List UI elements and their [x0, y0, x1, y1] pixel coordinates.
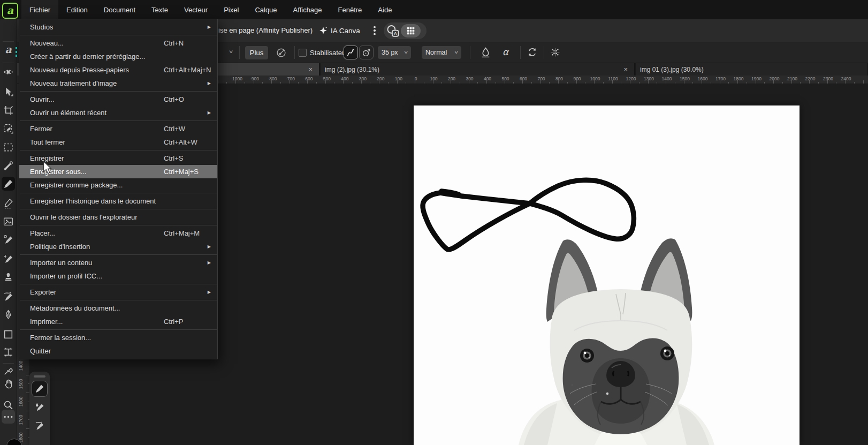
- alpha-lock-icon[interactable]: α: [502, 47, 508, 57]
- tab-close-icon[interactable]: ×: [306, 65, 315, 73]
- menubar-item-edition[interactable]: Edition: [58, 0, 96, 19]
- ia-canva-label: IA Canva: [331, 27, 360, 35]
- vruler-label: 1500: [18, 376, 24, 392]
- menubar-item-pixel[interactable]: Pixel: [216, 0, 247, 19]
- stabilizer-checkbox[interactable]: [299, 49, 307, 57]
- reset-rotation-icon[interactable]: [527, 47, 538, 58]
- document-tab-img-2-jpg-30-1[interactable]: img (2).jpg (30.1%)×: [321, 63, 635, 76]
- menu-item-ouvrir-un-element-recent[interactable]: Ouvrir un élément récent▶: [19, 106, 217, 119]
- toolbar-overflow-menu[interactable]: [371, 24, 378, 37]
- hruler-label: 500: [501, 76, 509, 81]
- crop-icon: [3, 105, 14, 116]
- hidden-dropdown-chevron[interactable]: ˅: [229, 49, 233, 55]
- place-image-tool[interactable]: [2, 214, 15, 228]
- pen-tool[interactable]: [2, 307, 15, 321]
- dog-left-eye: [580, 349, 594, 363]
- tab-close-icon[interactable]: ×: [621, 65, 630, 73]
- flyout-drag-handle[interactable]: [34, 375, 45, 378]
- menu-item-ouvrir[interactable]: Ouvrir...Ctrl+O: [19, 93, 217, 106]
- menubar-item-calque[interactable]: Calque: [247, 0, 285, 19]
- view-tool[interactable]: [2, 65, 15, 79]
- menubar-item-vecteur[interactable]: Vecteur: [176, 0, 216, 19]
- menu-item-studios[interactable]: Studios▶: [19, 20, 217, 34]
- hruler-label: 1200: [626, 76, 636, 81]
- menu-item-exporter[interactable]: Exporter▶: [19, 285, 217, 299]
- menubar-item-fenetre[interactable]: Fenêtre: [330, 0, 370, 19]
- menu-item-nouveau-traitement-d-image[interactable]: Nouveau traitement d'image▶: [19, 77, 217, 90]
- menu-item-creer-a-partir-du-dernier-prereglage[interactable]: Créer à partir du dernier préréglage...: [19, 50, 217, 63]
- menu-item-enregistrer-l-historique-dans-le-document[interactable]: Enregistrer l'historique dans le documen…: [19, 194, 217, 208]
- menubar-item-document[interactable]: Document: [96, 0, 143, 19]
- dog-right-eye: [660, 346, 674, 360]
- window-stabilizer-toggle[interactable]: [359, 46, 374, 59]
- menubar-item-aide[interactable]: Aide: [370, 0, 400, 19]
- menu-item-enregistrer-comme-package[interactable]: Enregistrer comme package...: [19, 178, 217, 192]
- menu-item-metadonnees-du-document[interactable]: Métadonnées du document...: [19, 301, 217, 315]
- hruler-label: -800: [268, 76, 277, 81]
- menu-item-politique-d-insertion[interactable]: Politique d'insertion▶: [19, 240, 217, 253]
- document-tab-img-01-3-jpg-30-0[interactable]: img 01 (3).jpg (30.0%): [636, 63, 868, 76]
- undo-brush-tool[interactable]: [2, 252, 15, 266]
- hruler-label: 0: [415, 76, 417, 81]
- clone-stamp-tool[interactable]: [2, 270, 15, 284]
- rectangle-tool[interactable]: [2, 327, 15, 341]
- mouse-cursor: [43, 161, 52, 174]
- flyout-smudge-paint-brush[interactable]: [32, 417, 48, 433]
- more-button[interactable]: Plus: [245, 46, 268, 59]
- hruler-label: 1800: [734, 76, 744, 81]
- menu-item-fermer-la-session[interactable]: Fermer la session...: [19, 331, 217, 344]
- menu-item-nouveau-depuis-presse-papiers[interactable]: Nouveau depuis Presse-papiersCtrl+Alt+Ma…: [19, 63, 217, 77]
- brush-size-dropdown[interactable]: 35 px˅: [378, 46, 411, 59]
- menubar-item-affichage[interactable]: Affichage: [285, 0, 330, 19]
- flyout-wet-paint-brush[interactable]: [32, 399, 48, 415]
- pixel-pencil-tool[interactable]: [2, 196, 15, 210]
- menu-item-importer-un-profil-icc[interactable]: Importer un profil ICC...: [19, 269, 217, 283]
- menu-item-tout-fermer[interactable]: Tout fermerCtrl+Alt+W: [19, 135, 217, 149]
- document-canvas[interactable]: [414, 105, 800, 445]
- pan-tool[interactable]: [2, 376, 15, 390]
- gradient-tool[interactable]: [2, 159, 15, 172]
- move-tool[interactable]: [2, 85, 15, 99]
- more-tools[interactable]: [2, 410, 15, 424]
- teal-accent-fragment: [16, 47, 17, 57]
- menu-separator: [20, 150, 217, 150]
- menu-item-quitter[interactable]: Quitter: [19, 344, 217, 358]
- hruler-label: -700: [286, 76, 295, 81]
- menu-separator: [20, 91, 217, 92]
- menu-item-placer[interactable]: Placer...Ctrl+Maj+M: [19, 227, 217, 240]
- pixel-persona[interactable]: a: [2, 43, 15, 57]
- symmetry-icon[interactable]: [550, 47, 561, 58]
- menu-separator: [20, 193, 217, 193]
- brush-icon: [3, 178, 14, 190]
- marquee-select-tool[interactable]: [2, 140, 15, 154]
- mesh-warp-tool[interactable]: [2, 345, 15, 359]
- file-menu-dropdown: Studios▶Nouveau...Ctrl+NCréer à partir d…: [19, 19, 218, 359]
- wet-edges-icon[interactable]: [480, 47, 491, 58]
- colour-replacement-brush-tool[interactable]: [2, 232, 15, 246]
- ia-canva-button[interactable]: IA Canva: [319, 24, 360, 37]
- apps-grid-icon: [406, 26, 415, 35]
- apps-grid-button[interactable]: [401, 24, 421, 37]
- menubar-item-texte[interactable]: Texte: [143, 0, 176, 19]
- hruler-label: 1600: [698, 76, 708, 81]
- menu-shortcut: Ctrl+Maj+S: [164, 168, 199, 176]
- blend-mode-dropdown[interactable]: Normal˅: [422, 46, 461, 59]
- translate-icon[interactable]: A: [386, 24, 400, 38]
- affinity-logo[interactable]: a: [2, 3, 18, 19]
- pencil-icon: [3, 198, 14, 209]
- crop-tool[interactable]: [2, 103, 15, 117]
- menu-item-importer-un-contenu[interactable]: Importer un contenu▶: [19, 256, 217, 269]
- menu-item-imprimer[interactable]: Imprimer...Ctrl+P: [19, 315, 217, 328]
- menu-item-nouveau[interactable]: Nouveau...Ctrl+N: [19, 36, 217, 50]
- selection-brush-tool[interactable]: [2, 122, 15, 135]
- paint-brush-tool[interactable]: [2, 177, 15, 191]
- menu-item-ouvrir-le-dossier-dans-l-explorateur[interactable]: Ouvrir le dossier dans l'explorateur: [19, 210, 217, 224]
- menu-item-fermer[interactable]: FermerCtrl+W: [19, 122, 217, 135]
- brush-nozzle-icon[interactable]: [276, 47, 287, 58]
- colour-picker-tool[interactable]: [2, 364, 15, 378]
- menubar-item-fichier[interactable]: Fichier: [21, 0, 58, 19]
- flyout-paint-brush[interactable]: [32, 381, 48, 397]
- rope-stabilizer-toggle[interactable]: [344, 46, 358, 59]
- smudge-brush-tool[interactable]: [2, 289, 15, 303]
- menu-shortcut: Ctrl+Alt+W: [164, 138, 197, 146]
